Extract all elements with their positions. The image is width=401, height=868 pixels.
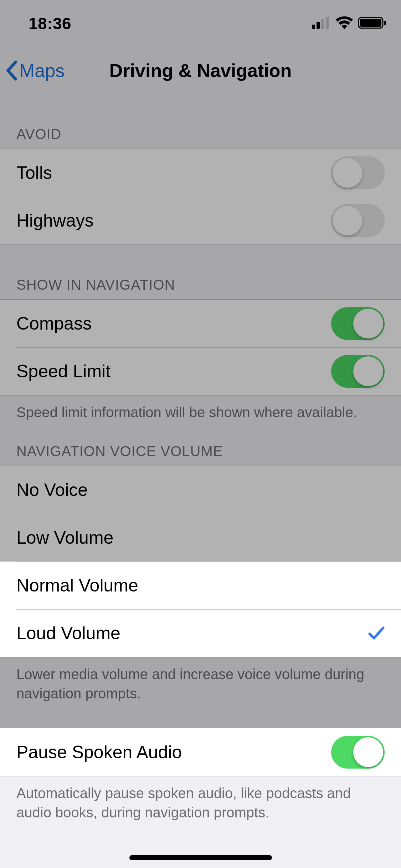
battery-icon xyxy=(358,16,387,31)
group-voice: No Voice Low Volume Normal Volume Loud V… xyxy=(0,466,401,657)
row-low-volume[interactable]: Low Volume xyxy=(0,514,401,562)
section-header-avoid: AVOID xyxy=(0,94,401,149)
home-indicator xyxy=(129,855,272,860)
toggle-knob xyxy=(353,356,383,386)
toggle-knob xyxy=(333,206,363,236)
toggle-knob xyxy=(353,309,383,339)
row-label: Speed Limit xyxy=(16,361,110,382)
svg-rect-2 xyxy=(321,19,324,29)
section-footer-pause: Automatically pause spoken audio, like p… xyxy=(0,776,401,826)
row-no-voice[interactable]: No Voice xyxy=(0,466,401,514)
page-title: Driving & Navigation xyxy=(109,60,292,81)
section-footer-show: Speed limit information will be shown wh… xyxy=(0,396,401,425)
cellular-icon xyxy=(312,17,330,30)
row-label: Low Volume xyxy=(16,527,113,548)
toggle-highways[interactable] xyxy=(331,204,385,237)
svg-rect-3 xyxy=(326,17,329,29)
status-bar: 18:36 xyxy=(0,0,401,47)
row-normal-volume[interactable]: Normal Volume xyxy=(0,562,401,609)
group-avoid: Tolls Highways xyxy=(0,149,401,245)
status-right xyxy=(312,16,387,31)
row-label: Tolls xyxy=(16,162,52,183)
back-button[interactable]: Maps xyxy=(5,60,65,81)
checkmark-icon xyxy=(368,625,385,641)
chevron-left-icon xyxy=(5,60,18,81)
row-label: Pause Spoken Audio xyxy=(16,742,182,763)
row-label: No Voice xyxy=(16,480,88,500)
svg-rect-5 xyxy=(360,19,381,27)
row-speed-limit[interactable]: Speed Limit xyxy=(0,347,401,395)
row-label: Loud Volume xyxy=(16,623,120,644)
toggle-tolls[interactable] xyxy=(331,156,385,189)
status-time: 18:36 xyxy=(29,14,71,33)
row-pause-spoken-audio[interactable]: Pause Spoken Audio xyxy=(0,728,401,776)
section-header-show: SHOW IN NAVIGATION xyxy=(0,245,401,299)
row-label: Normal Volume xyxy=(16,575,138,596)
content: AVOID Tolls Highways SHOW IN NAVIGATION … xyxy=(0,94,401,868)
row-label: Compass xyxy=(16,313,92,334)
row-label: Highways xyxy=(16,210,94,231)
screen: 18:36 xyxy=(0,0,401,868)
svg-rect-1 xyxy=(317,22,320,29)
section-header-voice: NAVIGATION VOICE VOLUME xyxy=(0,425,401,466)
toggle-knob xyxy=(333,158,363,188)
back-label: Maps xyxy=(19,60,65,81)
section-footer-voice: Lower media volume and increase voice vo… xyxy=(0,657,401,707)
group-show: Compass Speed Limit xyxy=(0,299,401,396)
toggle-compass[interactable] xyxy=(331,307,385,340)
row-compass[interactable]: Compass xyxy=(0,300,401,347)
row-highways[interactable]: Highways xyxy=(0,197,401,244)
nav-bar: Maps Driving & Navigation xyxy=(0,47,401,94)
wifi-icon xyxy=(335,16,353,31)
group-pause: Pause Spoken Audio xyxy=(0,728,401,776)
svg-rect-0 xyxy=(312,25,315,29)
toggle-knob xyxy=(353,737,383,767)
toggle-pause-spoken-audio[interactable] xyxy=(331,736,385,769)
toggle-speed-limit[interactable] xyxy=(331,355,385,388)
row-tolls[interactable]: Tolls xyxy=(0,149,401,197)
row-loud-volume[interactable]: Loud Volume xyxy=(0,609,401,657)
svg-rect-6 xyxy=(384,21,386,25)
